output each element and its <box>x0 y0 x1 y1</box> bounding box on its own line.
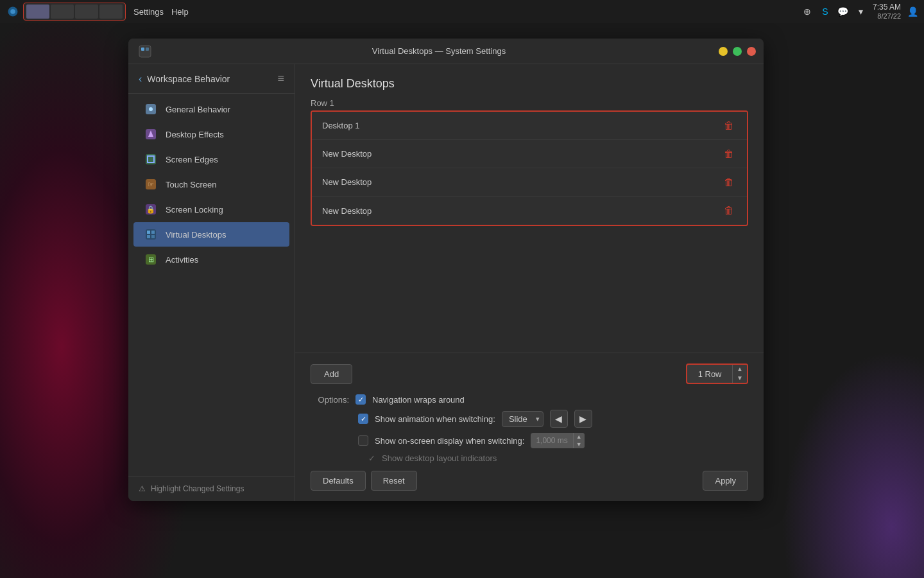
row-spinner-down[interactable]: ▼ <box>733 374 747 383</box>
desktop-delete-1[interactable]: 🗑 <box>721 146 737 162</box>
defaults-button[interactable]: Defaults <box>311 471 366 491</box>
spinbox-arrows: ▲ ▼ <box>573 433 585 448</box>
system-settings-window: Virtual Desktops — System Settings ‹ Wor… <box>128 39 764 501</box>
sidebar-item-label-screen-locking: Screen Locking <box>166 205 223 215</box>
taskbar-window-btn-2[interactable] <box>51 4 74 19</box>
footer-buttons: Defaults Reset Apply <box>311 471 748 491</box>
animation-type-container: Slide <box>502 411 543 427</box>
show-animation-label: Show animation when switching: <box>375 414 495 424</box>
row-spinner[interactable]: 1 Row ▲ ▼ <box>686 363 748 384</box>
sidebar-item-label-activities: Activities <box>166 255 198 265</box>
svg-point-6 <box>149 107 153 111</box>
sidebar-item-screen-locking[interactable]: 🔒 Screen Locking <box>133 197 289 222</box>
sidebar-title: Workspace Behavior <box>147 74 272 84</box>
navigation-wraps-label: Navigation wraps around <box>372 395 465 405</box>
row-spinner-value: 1 Row <box>687 365 732 383</box>
sidebar-header: ‹ Workspace Behavior ≡ <box>128 64 295 94</box>
desktop-delete-3[interactable]: 🗑 <box>721 202 737 219</box>
taskbar-window-btn-1[interactable] <box>26 4 49 19</box>
sidebar-item-screen-edges[interactable]: Screen Edges <box>133 147 289 171</box>
window-controls <box>719 47 756 56</box>
chat-icon[interactable]: 💬 <box>837 5 850 18</box>
animation-prev-button[interactable]: ◀ <box>550 410 568 428</box>
show-animation-checkbox[interactable] <box>358 414 368 424</box>
desktop-item-2: New Desktop 🗑 <box>312 168 747 197</box>
sidebar-item-label-virtual-desktops: Virtual Desktops <box>166 230 226 240</box>
svg-rect-4 <box>146 48 149 51</box>
animation-next-button[interactable]: ▶ <box>574 410 592 428</box>
clock: 7:35 AM 8/27/22 <box>873 3 901 21</box>
svg-rect-19 <box>151 235 155 238</box>
sidebar-item-virtual-desktops[interactable]: Virtual Desktops <box>133 222 289 247</box>
svg-point-1 <box>10 9 15 14</box>
help-menu[interactable]: Help <box>171 7 189 17</box>
settings-menu[interactable]: Settings <box>133 7 164 17</box>
kde-menu-icon[interactable] <box>5 4 21 19</box>
window-body: ‹ Workspace Behavior ≡ General Behavior … <box>128 64 764 501</box>
highlight-changed-settings[interactable]: ⚠ Highlight Changed Settings <box>128 476 295 501</box>
sidebar-item-label-screen-edges: Screen Edges <box>166 155 218 164</box>
skype-icon[interactable]: S <box>819 5 832 18</box>
sidebar-item-activities[interactable]: ⊞ Activities <box>133 247 289 272</box>
bottom-controls: Add 1 Row ▲ ▼ Options: Na <box>295 353 764 501</box>
desktop-item-0: Desktop 1 🗑 <box>312 112 747 140</box>
general-behavior-icon <box>144 102 158 116</box>
svg-rect-16 <box>147 231 150 234</box>
desktop-item-3: New Desktop 🗑 <box>312 197 747 225</box>
svg-rect-2 <box>139 46 151 57</box>
svg-text:🔒: 🔒 <box>146 205 155 214</box>
show-layout-label: Show desktop layout indicators <box>382 453 497 463</box>
highlight-icon: ⚠ <box>139 484 146 493</box>
animation-type-select[interactable]: Slide <box>502 411 543 427</box>
page-title: Virtual Desktops <box>311 77 748 91</box>
sidebar-menu-button[interactable]: ≡ <box>277 72 284 85</box>
chevron-down-icon[interactable]: ▾ <box>855 5 868 18</box>
svg-rect-3 <box>141 48 144 51</box>
user-icon[interactable]: 👤 <box>906 5 919 18</box>
desktop-name-3[interactable]: New Desktop <box>322 206 721 216</box>
background-gradient-right <box>764 321 924 578</box>
row-label: Row 1 <box>311 98 748 108</box>
apply-button[interactable]: Apply <box>703 471 748 491</box>
screen-edges-icon <box>144 152 158 166</box>
sidebar-item-general-behavior[interactable]: General Behavior <box>133 97 289 121</box>
taskbar-window-group[interactable] <box>23 3 126 21</box>
taskbar-window-btn-3[interactable] <box>75 4 98 19</box>
desktop-delete-2[interactable]: 🗑 <box>721 174 737 191</box>
window-titlebar: Virtual Desktops — System Settings <box>128 39 764 64</box>
desktop-name-1[interactable]: New Desktop <box>322 149 721 159</box>
sidebar-item-desktop-effects[interactable]: Desktop Effects <box>133 122 289 146</box>
close-button[interactable] <box>747 47 756 56</box>
desktop-delete-0[interactable]: 🗑 <box>721 118 737 134</box>
main-content: Virtual Desktops Row 1 Desktop 1 🗑 New D… <box>295 64 764 501</box>
osd-ms-up[interactable]: ▲ <box>574 433 585 441</box>
navigation-wraps-checkbox[interactable] <box>355 394 366 405</box>
sidebar-item-touch-screen[interactable]: ☞ Touch Screen <box>133 172 289 197</box>
row-spinner-up[interactable]: ▲ <box>733 365 747 374</box>
row-spinner-buttons: ▲ ▼ <box>732 365 747 383</box>
desktops-list: Desktop 1 🗑 New Desktop 🗑 New Desktop 🗑 … <box>311 110 748 226</box>
show-osd-checkbox[interactable] <box>358 435 368 446</box>
date-display: 8/27/22 <box>873 12 901 21</box>
activities-icon: ⊞ <box>144 252 158 267</box>
time-display: 7:35 AM <box>873 3 901 12</box>
desktop-name-0[interactable]: Desktop 1 <box>322 121 721 130</box>
minimize-button[interactable] <box>719 47 728 56</box>
system-tray: ⊕ S 💬 ▾ 7:35 AM 8/27/22 👤 <box>801 3 919 21</box>
show-osd-row: Show on-screen display when switching: 1… <box>311 433 748 448</box>
add-desktop-button[interactable]: Add <box>311 364 352 384</box>
desktop-name-2[interactable]: New Desktop <box>322 177 721 187</box>
taskbar-menu: Settings Help <box>133 7 189 17</box>
network-icon[interactable]: ⊕ <box>801 5 814 18</box>
osd-ms-spinbox[interactable]: 1,000 ms ▲ ▼ <box>531 433 584 448</box>
desktop-item-1: New Desktop 🗑 <box>312 140 747 168</box>
reset-button[interactable]: Reset <box>371 471 417 491</box>
back-button[interactable]: ‹ <box>139 73 142 85</box>
osd-ms-down[interactable]: ▼ <box>574 441 585 448</box>
svg-text:⊞: ⊞ <box>148 256 154 263</box>
show-animation-row: Show animation when switching: Slide ◀ ▶ <box>311 410 748 428</box>
maximize-button[interactable] <box>733 47 742 56</box>
sidebar-nav: General Behavior Desktop Effects Screen … <box>128 94 295 476</box>
taskbar-window-btn-4[interactable] <box>99 4 123 19</box>
options-label: Options: <box>311 395 349 405</box>
